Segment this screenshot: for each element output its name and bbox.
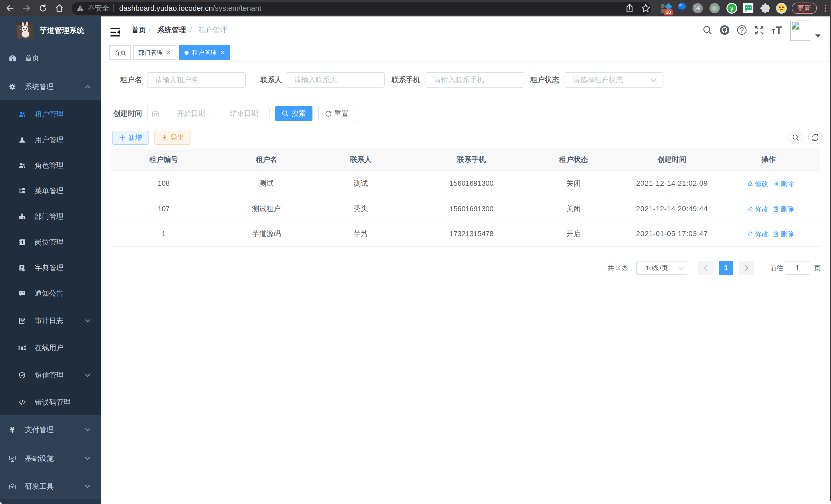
svg-text:10: 10 [665, 9, 671, 15]
svg-text:y: y [730, 5, 734, 11]
svg-text:⌘: ⌘ [694, 5, 701, 11]
